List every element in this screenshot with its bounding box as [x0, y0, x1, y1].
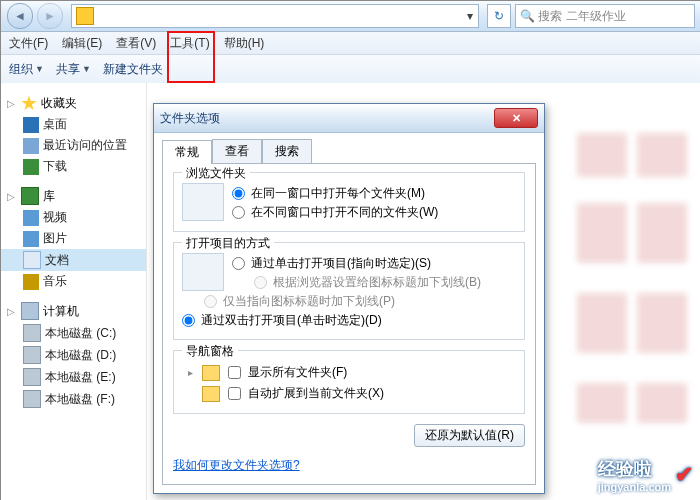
watermark-url: jingyanla.com: [598, 481, 671, 493]
drive-icon: [23, 324, 41, 342]
label-same-window: 在同一窗口中打开每个文件夹(M): [251, 185, 425, 202]
sidebar-item-documents[interactable]: 文档: [1, 249, 146, 271]
help-link[interactable]: 我如何更改文件夹选项?: [173, 458, 300, 472]
tab-search[interactable]: 搜索: [262, 139, 312, 163]
sidebar-libraries-header[interactable]: ▷库: [1, 185, 146, 207]
toolbar-newfolder[interactable]: 新建文件夹: [103, 61, 163, 78]
group-click-items: 打开项目的方式 通过单击打开项目(指向时选定)(S) 根据浏览器设置给图标标题加…: [173, 242, 525, 340]
checkmark-icon: ✔: [675, 462, 693, 488]
highlight-tools-menu: [167, 31, 215, 83]
menu-edit[interactable]: 编辑(E): [62, 35, 102, 52]
star-icon: [21, 96, 37, 112]
sidebar-item-drive-d[interactable]: 本地磁盘 (D:): [1, 344, 146, 366]
checkbox-show-all-folders[interactable]: [228, 366, 241, 379]
sidebar-item-pictures[interactable]: 图片: [1, 228, 146, 249]
navigation-pane: ▷收藏夹 桌面 最近访问的位置 下载 ▷库 视频 图片 文档 音乐 ▷计算机 本…: [1, 83, 147, 500]
dialog-title-text: 文件夹选项: [160, 110, 220, 127]
tree-expand-icon[interactable]: ▸: [188, 367, 198, 378]
radio-double-click[interactable]: [182, 314, 195, 327]
address-bar[interactable]: ▾: [71, 4, 479, 28]
menu-help[interactable]: 帮助(H): [224, 35, 265, 52]
sidebar-item-desktop[interactable]: 桌面: [1, 114, 146, 135]
label-double-click: 通过双击打开项目(单击时选定)(D): [201, 312, 382, 329]
computer-icon: [21, 302, 39, 320]
desktop-icon: [23, 117, 39, 133]
radio-same-window[interactable]: [232, 187, 245, 200]
label-auto-expand: 自动扩展到当前文件夹(X): [248, 385, 384, 402]
group-browse-title: 浏览文件夹: [182, 165, 250, 182]
label-underline-hover: 仅当指向图标标题时加下划线(P): [223, 293, 395, 310]
browse-folders-icon: [182, 183, 224, 221]
group-navigation-pane: 导航窗格 ▸ 显示所有文件夹(F) 自动扩展到当前文件夹(X): [173, 350, 525, 414]
sidebar-favorites-header[interactable]: ▷收藏夹: [1, 93, 146, 114]
downloads-icon: [23, 159, 39, 175]
label-single-click: 通过单击打开项目(指向时选定)(S): [251, 255, 431, 272]
sidebar-item-downloads[interactable]: 下载: [1, 156, 146, 177]
toolbar-organize[interactable]: 组织▼: [9, 61, 44, 78]
explorer-toolbar: 组织▼ 共享▼ 新建文件夹: [1, 55, 700, 84]
music-icon: [23, 274, 39, 290]
group-click-title: 打开项目的方式: [182, 235, 274, 252]
nav-forward-button[interactable]: ►: [37, 3, 63, 29]
sidebar-computer-header[interactable]: ▷计算机: [1, 300, 146, 322]
toolbar-share[interactable]: 共享▼: [56, 61, 91, 78]
sidebar-item-videos[interactable]: 视频: [1, 207, 146, 228]
label-new-window: 在不同窗口中打开不同的文件夹(W): [251, 204, 438, 221]
drive-icon: [23, 346, 41, 364]
search-icon: 🔍: [520, 9, 535, 23]
dialog-tabs: 常规 查看 搜索: [162, 139, 544, 163]
tab-panel-general: 浏览文件夹 在同一窗口中打开每个文件夹(M) 在不同窗口中打开不同的文件夹(W)…: [162, 163, 536, 485]
radio-new-window[interactable]: [232, 206, 245, 219]
radio-underline-hover: [204, 295, 217, 308]
label-show-all-folders: 显示所有文件夹(F): [248, 364, 347, 381]
folder-icon: [76, 7, 94, 25]
label-underline-browser: 根据浏览器设置给图标标题加下划线(B): [273, 274, 481, 291]
group-nav-title: 导航窗格: [182, 343, 238, 360]
drive-icon: [23, 390, 41, 408]
group-browse-folders: 浏览文件夹 在同一窗口中打开每个文件夹(M) 在不同窗口中打开不同的文件夹(W): [173, 172, 525, 232]
search-box[interactable]: 🔍 搜索 二年级作业: [515, 4, 695, 28]
menu-bar: 文件(F) 编辑(E) 查看(V) 工具(T) 帮助(H): [1, 32, 700, 55]
documents-icon: [23, 251, 41, 269]
menu-file[interactable]: 文件(F): [9, 35, 48, 52]
checkbox-auto-expand[interactable]: [228, 387, 241, 400]
library-icon: [21, 187, 39, 205]
tab-general[interactable]: 常规: [162, 140, 212, 164]
recent-icon: [23, 138, 39, 154]
sidebar-item-music[interactable]: 音乐: [1, 271, 146, 292]
dialog-close-button[interactable]: ✕: [494, 108, 538, 128]
tab-view[interactable]: 查看: [212, 139, 262, 163]
sidebar-item-drive-c[interactable]: 本地磁盘 (C:): [1, 322, 146, 344]
folder-icon: [202, 386, 220, 402]
video-icon: [23, 210, 39, 226]
menu-view[interactable]: 查看(V): [116, 35, 156, 52]
sidebar-item-recent[interactable]: 最近访问的位置: [1, 135, 146, 156]
drive-icon: [23, 368, 41, 386]
click-items-icon: [182, 253, 224, 291]
folder-icon: [202, 365, 220, 381]
radio-single-click[interactable]: [232, 257, 245, 270]
restore-defaults-button[interactable]: 还原为默认值(R): [414, 424, 525, 447]
pictures-icon: [23, 231, 39, 247]
radio-underline-browser: [254, 276, 267, 289]
watermark-brand: 经验啦: [598, 459, 652, 479]
dialog-titlebar[interactable]: 文件夹选项 ✕: [154, 104, 544, 133]
window-titlebar: ◄ ► ▾ ↻ 🔍 搜索 二年级作业: [1, 1, 700, 32]
sidebar-item-drive-f[interactable]: 本地磁盘 (F:): [1, 388, 146, 410]
nav-back-button[interactable]: ◄: [7, 3, 33, 29]
sidebar-item-drive-e[interactable]: 本地磁盘 (E:): [1, 366, 146, 388]
refresh-button[interactable]: ↻: [487, 4, 511, 28]
watermark: 经验啦 jingyanla.com ✔: [598, 457, 693, 493]
search-placeholder: 搜索 二年级作业: [538, 8, 625, 25]
address-dropdown-icon[interactable]: ▾: [462, 9, 478, 23]
folder-options-dialog: 文件夹选项 ✕ 常规 查看 搜索 浏览文件夹 在同一窗口中打开每个文件夹(M) …: [153, 103, 545, 494]
